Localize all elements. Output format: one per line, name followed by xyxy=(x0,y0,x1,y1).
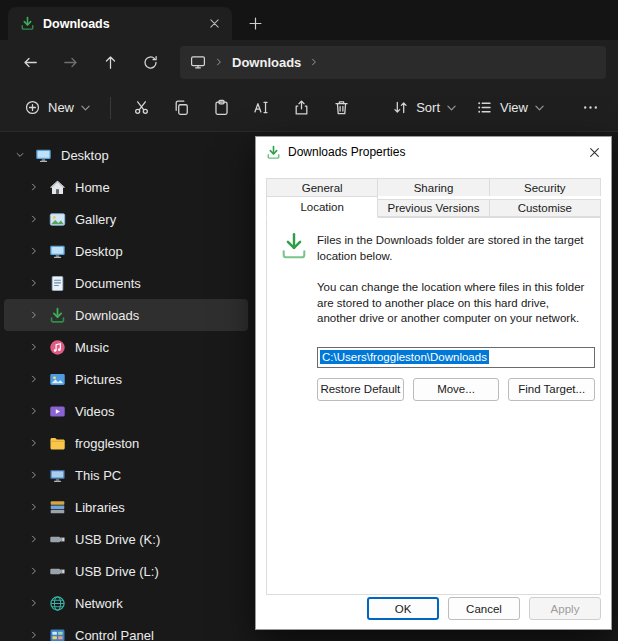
sidebar-item-documents[interactable]: Documents xyxy=(4,267,248,299)
dialog-title: Downloads Properties xyxy=(288,145,571,159)
delete-button[interactable] xyxy=(321,91,361,125)
sidebar-item-control-panel[interactable]: Control Panel xyxy=(4,619,248,641)
apply-button[interactable]: Apply xyxy=(529,597,601,620)
sidebar-item-label: Desktop xyxy=(75,244,123,259)
sidebar-item-label: USB Drive (K:) xyxy=(75,532,160,547)
forward-arrow-icon xyxy=(62,54,79,71)
tab-strip: Downloads xyxy=(0,0,618,40)
explorer-tab-downloads[interactable]: Downloads xyxy=(8,7,232,40)
tab-close-button[interactable] xyxy=(202,12,226,36)
sidebar-item-this-pc[interactable]: This PC xyxy=(4,459,248,491)
sort-button[interactable]: Sort xyxy=(382,91,466,125)
chevron-right-icon xyxy=(28,405,40,417)
description-text: You can change the location where files … xyxy=(317,280,589,327)
tab-general[interactable]: General xyxy=(266,178,378,196)
share-button[interactable] xyxy=(281,91,321,125)
view-button[interactable]: View xyxy=(466,91,554,125)
documents-icon xyxy=(49,275,66,292)
scissors-icon xyxy=(133,99,150,116)
sidebar-item-downloads[interactable]: Downloads xyxy=(4,299,248,331)
up-button[interactable] xyxy=(92,45,128,79)
sidebar-item-desktop-root[interactable]: Desktop xyxy=(4,139,248,171)
tab-sharing[interactable]: Sharing xyxy=(378,178,489,196)
chevron-right-icon xyxy=(28,629,40,641)
sidebar-item-label: froggleston xyxy=(75,436,139,451)
sort-arrows-icon xyxy=(392,99,409,116)
sidebar-item-libraries[interactable]: Libraries xyxy=(4,491,248,523)
plus-icon xyxy=(249,17,262,30)
clipboard-icon xyxy=(213,99,230,116)
sidebar-item-network[interactable]: Network xyxy=(4,587,248,619)
chevron-right-icon xyxy=(28,341,40,353)
chevron-down-icon xyxy=(81,105,90,111)
back-button[interactable] xyxy=(12,45,48,79)
sidebar-item-home[interactable]: Home xyxy=(4,171,248,203)
restore-default-button[interactable]: Restore Default xyxy=(317,378,404,401)
find-target-button[interactable]: Find Target... xyxy=(508,378,595,401)
home-icon xyxy=(49,179,66,196)
chevron-right-icon xyxy=(28,469,40,481)
sidebar-item-label: Documents xyxy=(75,276,141,291)
breadcrumb-location[interactable]: Downloads xyxy=(232,55,301,70)
paste-button[interactable] xyxy=(201,91,241,125)
new-button[interactable]: New xyxy=(14,91,100,125)
share-icon xyxy=(293,99,310,116)
more-options-button[interactable] xyxy=(572,91,608,125)
back-arrow-icon xyxy=(22,54,39,71)
selected-path-text: C:\Users\froggleston\Downloads xyxy=(320,350,489,364)
ok-button[interactable]: OK xyxy=(367,597,439,620)
sidebar-item-videos[interactable]: Videos xyxy=(4,395,248,427)
ellipsis-icon xyxy=(582,99,599,116)
tab-previous-versions[interactable]: Previous Versions xyxy=(378,199,489,217)
desktop-icon xyxy=(49,243,66,260)
tab-security[interactable]: Security xyxy=(490,178,601,196)
cut-button[interactable] xyxy=(121,91,161,125)
navigation-bar: Downloads xyxy=(0,40,618,84)
sidebar-item-desktop[interactable]: Desktop xyxy=(4,235,248,267)
videos-icon xyxy=(49,403,66,420)
sidebar-item-usb-k[interactable]: USB Drive (K:) xyxy=(4,523,248,555)
downloads-properties-dialog: Downloads Properties General Sharing Sec… xyxy=(255,136,612,630)
dialog-close-button[interactable] xyxy=(578,138,610,166)
downloads-icon xyxy=(49,307,66,324)
forward-button[interactable] xyxy=(52,45,88,79)
sidebar-item-label: Control Panel xyxy=(75,628,154,641)
usb-drive-icon xyxy=(49,531,66,548)
usb-drive-icon xyxy=(49,563,66,580)
sidebar-item-usb-l[interactable]: USB Drive (L:) xyxy=(4,555,248,587)
address-bar[interactable]: Downloads xyxy=(180,46,606,79)
pictures-icon xyxy=(49,371,66,388)
sidebar-item-label: This PC xyxy=(75,468,121,483)
refresh-button[interactable] xyxy=(132,45,168,79)
tab-customise[interactable]: Customise xyxy=(490,199,601,217)
gallery-icon xyxy=(49,211,66,228)
rename-button[interactable] xyxy=(241,91,281,125)
download-icon xyxy=(279,231,309,261)
cancel-button[interactable]: Cancel xyxy=(448,597,520,620)
chevron-right-icon xyxy=(308,56,320,68)
chevron-right-icon xyxy=(28,373,40,385)
download-icon xyxy=(266,145,281,160)
sidebar-item-gallery[interactable]: Gallery xyxy=(4,203,248,235)
close-icon xyxy=(209,18,220,29)
location-path-input[interactable]: C:\Users\froggleston\Downloads xyxy=(317,347,595,368)
control-panel-icon xyxy=(49,627,66,641)
chevron-right-icon xyxy=(28,533,40,545)
new-tab-button[interactable] xyxy=(238,7,272,40)
chevron-right-icon xyxy=(28,181,40,193)
sidebar-item-label: Pictures xyxy=(75,372,122,387)
tab-location[interactable]: Location xyxy=(266,196,378,218)
sidebar-item-froggleston[interactable]: froggleston xyxy=(4,427,248,459)
sidebar-item-label: Music xyxy=(75,340,109,355)
sort-button-label: Sort xyxy=(416,100,440,115)
copy-icon xyxy=(173,99,190,116)
chevron-down-icon xyxy=(14,149,26,161)
sidebar-item-pictures[interactable]: Pictures xyxy=(4,363,248,395)
move-button[interactable]: Move... xyxy=(413,378,500,401)
view-button-label: View xyxy=(500,100,528,115)
desktop-icon xyxy=(35,147,52,164)
trash-icon xyxy=(333,99,350,116)
sidebar-item-music[interactable]: Music xyxy=(4,331,248,363)
copy-button[interactable] xyxy=(161,91,201,125)
sidebar-item-label: Desktop xyxy=(61,148,109,163)
